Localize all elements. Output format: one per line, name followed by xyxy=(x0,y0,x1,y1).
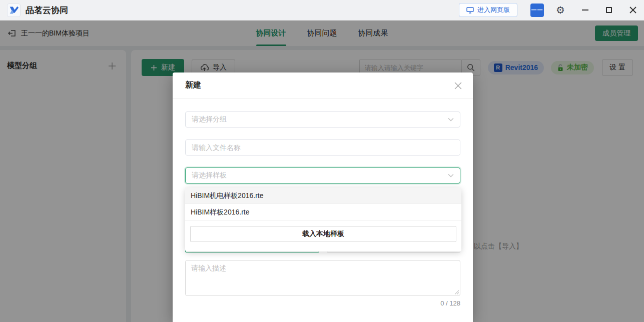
user-avatar[interactable]: 一一 xyxy=(530,4,544,17)
app-titlebar: 品茗云协同 进入网页版 一一 ⚙ xyxy=(0,0,644,20)
enter-web-version-label: 进入网页版 xyxy=(477,6,510,14)
window-close-button[interactable] xyxy=(629,6,637,14)
dialog-close-button[interactable] xyxy=(452,80,464,92)
gear-icon[interactable]: ⚙ xyxy=(556,5,565,15)
template-select[interactable]: 请选择样板 xyxy=(185,168,460,184)
template-select-placeholder: 请选择样板 xyxy=(192,171,227,180)
maximize-icon xyxy=(606,7,612,13)
file-name-input[interactable] xyxy=(186,140,460,155)
description-field xyxy=(185,260,460,296)
group-select-placeholder: 请选择分组 xyxy=(192,115,227,124)
close-icon xyxy=(629,6,636,14)
chevron-down-icon xyxy=(448,174,454,178)
dialog-title: 新建 xyxy=(185,80,201,90)
app-title: 品茗云协同 xyxy=(26,4,68,16)
load-local-template-button[interactable]: 载入本地样板 xyxy=(190,226,456,242)
chevron-down-icon xyxy=(448,118,454,122)
enter-web-version-button[interactable]: 进入网页版 xyxy=(459,3,517,17)
description-textarea[interactable] xyxy=(185,260,460,296)
minimize-icon xyxy=(582,10,588,10)
template-dropdown: HiBIM机电样板2016.rte HiBIM样板2016.rte 载入本地样板 xyxy=(185,188,461,252)
char-counter: 0 / 128 xyxy=(440,300,460,307)
window-maximize-button[interactable] xyxy=(605,6,613,14)
template-option-default[interactable]: HiBIM样板2016.rte xyxy=(185,204,461,220)
file-name-field xyxy=(185,140,460,156)
close-icon xyxy=(454,82,462,90)
template-option-mep[interactable]: HiBIM机电样板2016.rte xyxy=(185,188,461,204)
app-logo-icon xyxy=(7,4,21,17)
new-model-dialog: 新建 请选择分组 请选择样板 HiBIM机电样板2016.rte Hi xyxy=(173,72,473,322)
monitor-icon xyxy=(466,7,474,14)
group-select[interactable]: 请选择分组 xyxy=(185,112,460,128)
window-minimize-button[interactable] xyxy=(581,6,589,14)
